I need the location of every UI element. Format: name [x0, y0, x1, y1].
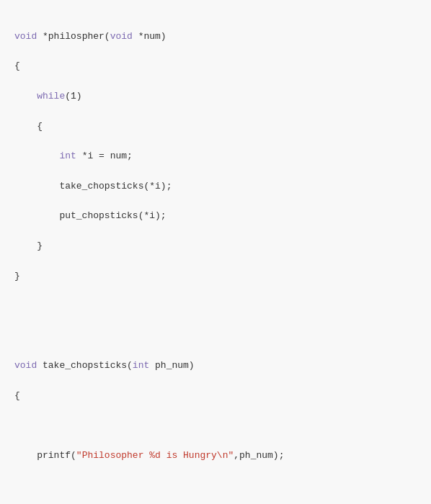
line-2: {	[14, 59, 417, 74]
code-display: void *philospher(void *num) { while(1) {…	[14, 14, 417, 504]
line-4: {	[14, 120, 417, 135]
line-16	[14, 479, 417, 494]
line-8: }	[14, 239, 417, 254]
line-5: int *i = num;	[14, 149, 417, 164]
line-14	[14, 419, 417, 434]
line-13: {	[14, 389, 417, 404]
line-7: put_chopsticks(*i);	[14, 209, 417, 224]
line-10	[14, 299, 417, 314]
line-11	[14, 329, 417, 344]
line-15: printf("Philosopher %d is Hungry\n",ph_n…	[14, 449, 417, 464]
line-9: }	[14, 269, 417, 284]
line-1: void *philospher(void *num)	[14, 30, 417, 45]
line-3: while(1)	[14, 89, 417, 104]
line-12: void take_chopsticks(int ph_num)	[14, 359, 417, 374]
line-6: take_chopsticks(*i);	[14, 179, 417, 194]
